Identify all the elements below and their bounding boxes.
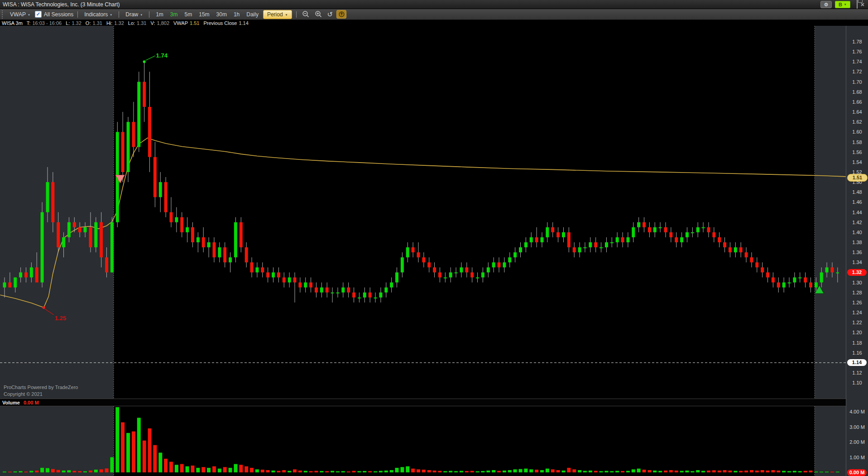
zoom-in-button[interactable] [313, 10, 324, 19]
open-field: O:1.31 [86, 20, 102, 26]
candle [729, 242, 732, 257]
volume-bar [685, 471, 689, 472]
candle [132, 102, 135, 157]
volume-pane-value: 0.00 M [24, 400, 39, 405]
volume-bar [169, 462, 173, 472]
candle [455, 267, 458, 277]
chart-toolbar: VWAP ▼ ✓ All Sessions Indicators ▼ Draw … [0, 9, 868, 20]
volume-bar [497, 471, 501, 472]
volume-bar [201, 467, 205, 472]
volume-bar [578, 470, 581, 472]
volume-bar [347, 471, 350, 472]
reset-zoom-button[interactable]: ↺ [326, 10, 335, 19]
candle [556, 227, 560, 242]
candle [626, 232, 629, 247]
timeframe-5m[interactable]: 5m [182, 10, 195, 19]
volume-bar [567, 468, 571, 472]
timeframe-30m[interactable]: 30m [214, 10, 229, 19]
timeframe-daily[interactable]: Daily [244, 10, 261, 19]
volume-bar [288, 471, 291, 472]
volume-bar [72, 471, 76, 472]
volume-bar [556, 470, 560, 472]
account-button[interactable]: B ▼ [835, 1, 850, 8]
indicators-menu-label: Indicators [84, 11, 108, 18]
prev-close-field: Previous Close1.14 [203, 20, 248, 26]
candle [734, 242, 737, 257]
volume-bar [604, 471, 608, 472]
price-axis-label: 1.54 [846, 159, 868, 165]
candle [245, 242, 248, 267]
vwap-menu-label: VWAP [10, 11, 26, 18]
candle [379, 288, 382, 303]
drag-handle-icon[interactable] [2, 10, 3, 19]
price-axis-label: 1.62 [846, 119, 868, 125]
zoom-in-icon [315, 10, 322, 18]
volume-bar [89, 471, 92, 472]
restore-icon[interactable] [857, 0, 858, 9]
candle [691, 227, 694, 237]
volume-bar [449, 471, 452, 472]
timeframe-1m[interactable]: 1m [153, 10, 166, 19]
volume-bar [250, 468, 254, 472]
volume-bar [314, 471, 318, 472]
price-axis-label: 1.20 [846, 329, 868, 336]
volume-bar [148, 428, 151, 472]
divider [77, 11, 78, 18]
window-controls: ⚙ B ▼ × [820, 0, 868, 9]
timeframe-3m[interactable]: 3m [168, 10, 180, 19]
volume-bar [680, 471, 684, 472]
price-axis-label: 1.36 [846, 249, 868, 255]
all-sessions-label[interactable]: All Sessions [44, 11, 73, 18]
volume-bar [406, 466, 409, 472]
volume-bar [245, 466, 248, 472]
candle [745, 247, 748, 262]
candle [643, 217, 646, 232]
period-menu-button[interactable]: Period ▼ [263, 10, 292, 19]
candle [621, 232, 624, 247]
volume-bar [486, 471, 490, 472]
titlebar: WISA : WiSA Technologies, Inc. (3 Minute… [0, 0, 868, 9]
volume-bar [35, 471, 38, 472]
volume-pane-header: Volume 0.00 M [0, 399, 846, 406]
candle [255, 262, 259, 277]
volume-bar [180, 464, 184, 472]
volume-bar [793, 471, 796, 472]
volume-bar [298, 471, 302, 472]
candle [492, 257, 495, 272]
candle [390, 278, 393, 293]
volume-bar [508, 470, 512, 472]
track-latest-button[interactable] [336, 10, 346, 19]
price-axis-label: 1.58 [846, 139, 868, 145]
indicators-menu-button[interactable]: Indicators ▼ [82, 10, 115, 19]
account-button-label: B [839, 2, 842, 7]
volume-chart-canvas[interactable] [0, 406, 846, 476]
volume-bar [460, 471, 463, 472]
candle [180, 212, 183, 237]
volume-bar [390, 470, 393, 472]
volume-bar [115, 407, 119, 472]
last-price-badge: 1.32 [847, 269, 867, 276]
candle [546, 222, 549, 242]
price-axis[interactable]: 1.781.761.741.721.701.681.661.641.621.60… [846, 26, 868, 476]
candle [761, 262, 764, 277]
price-chart-canvas[interactable]: 1.741.25 [0, 26, 846, 399]
all-sessions-checkbox[interactable]: ✓ [35, 11, 42, 18]
volume-bar [67, 470, 71, 472]
candle [519, 242, 522, 257]
volume-bar [766, 471, 770, 472]
timeframe-15m[interactable]: 15m [197, 10, 211, 19]
price-axis-label: 1.60 [846, 129, 868, 135]
volume-bar [132, 432, 135, 472]
timeframe-1h[interactable]: 1h [231, 10, 242, 19]
volume-bar [804, 471, 807, 472]
volume-bar [787, 471, 791, 472]
settings-button[interactable]: ⚙ [820, 1, 832, 8]
candle [137, 72, 140, 152]
candle [648, 222, 651, 237]
vwap-menu-button[interactable]: VWAP ▼ [8, 10, 33, 19]
candle [202, 227, 205, 252]
volume-bar [83, 471, 87, 472]
zoom-out-button[interactable] [301, 10, 311, 19]
volume-bar [589, 471, 592, 472]
draw-menu-button[interactable]: Draw ▼ [123, 10, 145, 19]
